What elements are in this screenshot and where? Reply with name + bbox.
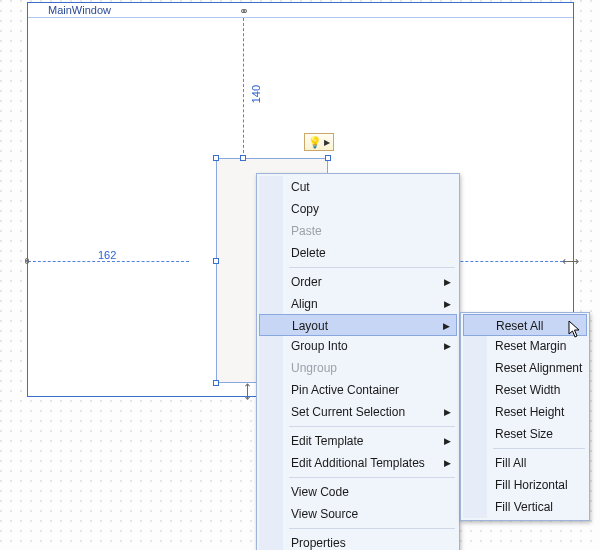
resize-handle-n[interactable]	[240, 155, 246, 161]
menu-item-view-source[interactable]: View Source	[259, 503, 457, 525]
menu-item-align[interactable]: Align▶	[259, 293, 457, 315]
menu-item-properties[interactable]: Properties	[259, 532, 457, 550]
guide-top	[243, 18, 244, 158]
lightbulb-icon: 💡	[308, 136, 322, 149]
chevron-right-icon: ▶	[324, 138, 330, 147]
layout-item-fill-vertical[interactable]: Fill Vertical	[463, 496, 587, 518]
menu-item-group-into[interactable]: Group Into▶	[259, 335, 457, 357]
anchor-right-icon[interactable]: ⟷	[562, 255, 579, 267]
resize-handle-w[interactable]	[213, 258, 219, 264]
layout-submenu[interactable]: Reset AllReset MarginReset AlignmentRese…	[460, 312, 590, 521]
submenu-arrow-icon: ▶	[444, 401, 451, 423]
menu-item-edit-additional-templates[interactable]: Edit Additional Templates▶	[259, 452, 457, 474]
menu-item-separator	[289, 477, 455, 478]
submenu-arrow-icon: ▶	[444, 293, 451, 315]
menu-item-separator	[289, 267, 455, 268]
menu-item-pin-active-container[interactable]: Pin Active Container	[259, 379, 457, 401]
dimension-top: 140	[250, 85, 262, 103]
menu-item-set-current-selection[interactable]: Set Current Selection▶	[259, 401, 457, 423]
menu-item-separator	[289, 528, 455, 529]
guide-left	[28, 261, 189, 262]
menu-item-layout[interactable]: Layout▶	[259, 314, 457, 336]
submenu-arrow-icon: ▶	[443, 315, 450, 337]
dimension-left: 162	[98, 249, 116, 261]
anchor-top-icon[interactable]: ⚭	[239, 5, 249, 17]
smarttag-button[interactable]: 💡 ▶	[304, 133, 334, 151]
menu-item-copy[interactable]: Copy	[259, 198, 457, 220]
submenu-arrow-icon: ▶	[444, 271, 451, 293]
menu-item-cut[interactable]: Cut	[259, 176, 457, 198]
submenu-arrow-icon: ▶	[444, 452, 451, 474]
layout-item-reset-size[interactable]: Reset Size	[463, 423, 587, 445]
layout-item-reset-height[interactable]: Reset Height	[463, 401, 587, 423]
menu-item-delete[interactable]: Delete	[259, 242, 457, 264]
layout-item-reset-alignment[interactable]: Reset Alignment	[463, 357, 587, 379]
submenu-arrow-icon: ▶	[444, 430, 451, 452]
menu-item-paste: Paste	[259, 220, 457, 242]
resize-handle-nw[interactable]	[213, 155, 219, 161]
anchor-bottom-icon[interactable]: ⟷	[242, 383, 254, 400]
anchor-left-icon[interactable]: ⚭	[21, 256, 33, 266]
menu-item-ungroup: Ungroup	[259, 357, 457, 379]
layout-item-fill-horizontal[interactable]: Fill Horizontal	[463, 474, 587, 496]
layout-item-fill-all[interactable]: Fill All	[463, 452, 587, 474]
submenu-arrow-icon: ▶	[444, 335, 451, 357]
menu-item-edit-template[interactable]: Edit Template▶	[259, 430, 457, 452]
menu-item-order[interactable]: Order▶	[259, 271, 457, 293]
layout-item-reset-width[interactable]: Reset Width	[463, 379, 587, 401]
layout-item-separator	[493, 448, 585, 449]
resize-handle-ne[interactable]	[325, 155, 331, 161]
menu-item-separator	[289, 426, 455, 427]
context-menu[interactable]: CutCopyPasteDeleteOrder▶Align▶Layout▶Gro…	[256, 173, 460, 550]
menu-item-view-code[interactable]: View Code	[259, 481, 457, 503]
layout-item-reset-all[interactable]: Reset All	[463, 314, 587, 336]
window-title: MainWindow	[28, 3, 573, 18]
resize-handle-sw[interactable]	[213, 380, 219, 386]
layout-item-reset-margin[interactable]: Reset Margin	[463, 335, 587, 357]
